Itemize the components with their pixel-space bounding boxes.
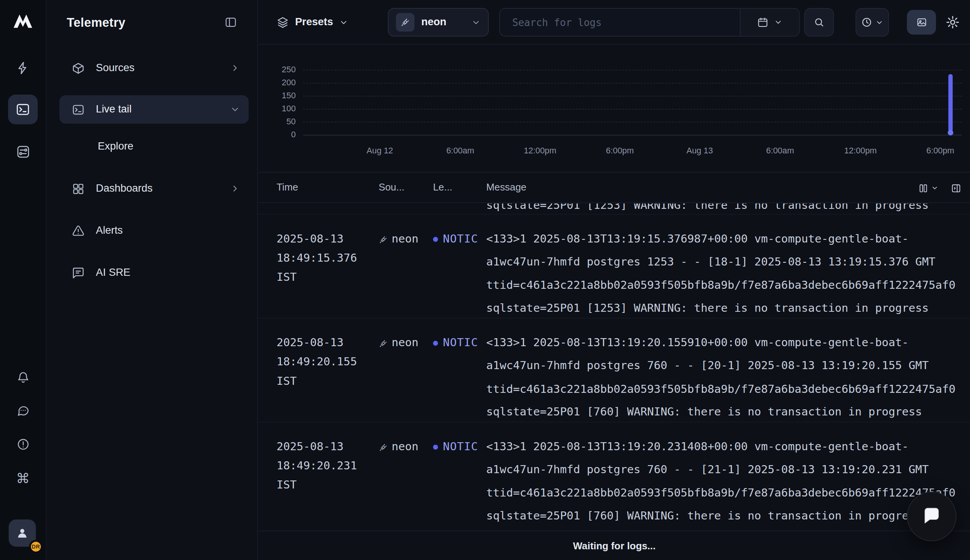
- gridline: [303, 122, 962, 122]
- clock-icon: [861, 17, 872, 28]
- column-message[interactable]: Message: [486, 182, 527, 193]
- main-panel: Presets neon: [259, 0, 970, 560]
- x-tick: Aug 12: [367, 146, 393, 155]
- y-tick: 0: [259, 129, 296, 140]
- sidebar-item-explore[interactable]: Explore: [59, 134, 249, 159]
- y-tick: 250: [259, 64, 296, 75]
- metrics-icon[interactable]: [8, 137, 38, 167]
- log-level: NOTIC: [433, 215, 486, 318]
- log-message: <133>1 2025-08-13T13:19:20.231408+00:00 …: [486, 422, 970, 525]
- chevron-right-icon: [230, 183, 240, 193]
- log-row[interactable]: 2025-08-1318:49:20.155IST neon NOTIC <13…: [259, 318, 970, 422]
- log-level: NOTIC: [433, 318, 486, 422]
- y-tick: 150: [259, 90, 296, 102]
- grid-icon: [72, 182, 85, 195]
- x-tick: 6:00pm: [927, 146, 954, 155]
- column-level[interactable]: Le...: [433, 182, 486, 193]
- expand-columns-button[interactable]: [951, 183, 961, 193]
- y-tick: 100: [259, 103, 296, 114]
- column-source[interactable]: Sou...: [378, 182, 433, 193]
- sidebar-item-dashboards[interactable]: Dashboards: [59, 175, 249, 202]
- log-time: 2025-08-1318:49:15.376IST: [277, 215, 379, 318]
- sidebar-item-alerts[interactable]: Alerts: [59, 217, 249, 244]
- info-icon[interactable]: [8, 430, 38, 457]
- log-source: neon: [378, 215, 433, 318]
- support-chat-button[interactable]: [907, 492, 956, 541]
- user-initials-badge: DR: [29, 540, 43, 553]
- plug-icon: [378, 235, 388, 244]
- level-dot: [433, 445, 438, 450]
- log-row[interactable]: 2025-08-1318:49:15.376IST neon NOTIC <13…: [259, 214, 970, 318]
- telemetry-app: ⌘ DR Telemetry Sources Live tail Explore…: [0, 0, 970, 560]
- sidebar-title: Telemetry: [67, 15, 125, 30]
- sidebar-item-ai-sre[interactable]: AI SRE: [59, 259, 249, 286]
- chat-bubble-icon: [921, 505, 943, 527]
- chevron-down-icon: [472, 18, 481, 27]
- chevron-down-icon: [339, 18, 348, 27]
- log-time: 2025-08-1318:49:20.231IST: [277, 422, 379, 525]
- panel-right-icon: [951, 183, 961, 193]
- cube-icon: [72, 62, 85, 75]
- x-tick: 6:00am: [446, 146, 474, 155]
- message-icon: [72, 266, 85, 279]
- x-tick: 12:00pm: [524, 146, 557, 155]
- level-dot: [433, 341, 438, 346]
- chevron-down-icon: [230, 105, 240, 114]
- run-search-button[interactable]: [804, 8, 834, 36]
- chevron-down-icon: [875, 18, 883, 27]
- source-selector[interactable]: neon: [388, 8, 489, 36]
- log-list: sqlstate=25P01 [1253] WARNING: there is …: [259, 203, 970, 530]
- log-message: <133>1 2025-08-13T13:19:15.376987+00:00 …: [486, 215, 970, 318]
- app-logo-icon[interactable]: [10, 9, 35, 34]
- plug-icon: [378, 339, 388, 348]
- chat-icon[interactable]: [8, 396, 38, 423]
- plug-icon: [396, 13, 415, 32]
- settings-icon[interactable]: [945, 15, 960, 30]
- log-table-header: Time Sou... Le... Message: [259, 172, 970, 203]
- icon-rail: ⌘ DR: [0, 0, 46, 560]
- app-root: ⌘ DR Telemetry Sources Live tail Explore…: [0, 0, 970, 560]
- x-tick: 6:00am: [766, 146, 794, 155]
- search-icon: [813, 17, 825, 28]
- search-input[interactable]: [500, 9, 740, 36]
- log-search-group: [499, 8, 800, 36]
- gridline: [303, 83, 962, 84]
- log-count-point[interactable]: [948, 130, 953, 136]
- gridline: [303, 109, 962, 110]
- sidebar-item-live-tail[interactable]: Live tail: [59, 95, 249, 123]
- time-range-button[interactable]: [856, 8, 889, 36]
- log-row[interactable]: 2025-08-1318:49:20.231IST neon NOTIC <13…: [259, 422, 970, 526]
- bolt-icon[interactable]: [8, 53, 38, 83]
- chevron-right-icon: [230, 63, 240, 73]
- sidebar: Telemetry Sources Live tail Explore Dash…: [47, 0, 258, 560]
- log-count-bar[interactable]: [948, 74, 952, 132]
- column-time[interactable]: Time: [277, 182, 379, 193]
- log-time: 2025-08-1318:49:20.155IST: [277, 318, 379, 422]
- x-tick: Aug 13: [687, 146, 713, 155]
- x-axis-line: [303, 135, 962, 135]
- y-tick: 50: [259, 116, 296, 127]
- gridline: [303, 70, 962, 71]
- collapse-sidebar-icon[interactable]: [225, 16, 237, 28]
- waiting-status: Waiting for logs...: [259, 530, 970, 560]
- gridline: [303, 96, 962, 97]
- snapshot-button[interactable]: [907, 10, 936, 35]
- calendar-icon: [757, 17, 768, 28]
- presets-button[interactable]: Presets: [277, 9, 348, 36]
- live-tail-icon[interactable]: [8, 95, 38, 124]
- log-volume-chart[interactable]: 250 200 150 100 50 0 Aug 12 6:00am 12:00…: [259, 44, 970, 172]
- bell-icon[interactable]: [8, 364, 38, 391]
- columns-picker-button[interactable]: [918, 183, 938, 193]
- user-avatar[interactable]: DR: [9, 520, 36, 547]
- command-icon[interactable]: ⌘: [8, 465, 38, 492]
- log-source: neon: [378, 422, 433, 525]
- log-message: <133>1 2025-08-13T13:19:20.155910+00:00 …: [486, 318, 970, 422]
- snapshot-icon: [916, 17, 927, 28]
- date-range-button[interactable]: [740, 9, 799, 36]
- log-source: neon: [378, 318, 433, 422]
- chevron-down-icon: [931, 184, 938, 192]
- clipped-log-line: sqlstate=25P01 [1253] WARNING: there is …: [486, 203, 929, 215]
- toolbar: Presets neon: [259, 0, 970, 44]
- log-level: NOTIC: [433, 422, 486, 525]
- sidebar-item-sources[interactable]: Sources: [59, 54, 249, 82]
